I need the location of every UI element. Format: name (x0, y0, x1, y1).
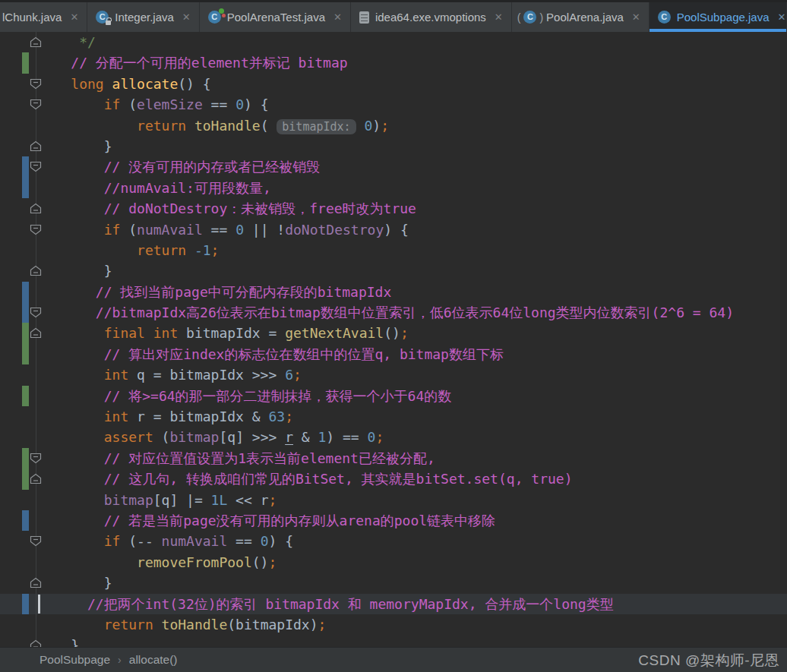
editor-gutter (0, 74, 38, 94)
fold-down-icon[interactable] (30, 78, 42, 90)
tab-label: lChunk.java (2, 11, 62, 24)
code-line[interactable]: return -1; (0, 240, 787, 260)
close-tab-icon[interactable]: ✕ (70, 11, 78, 23)
fold-up-icon[interactable] (30, 265, 42, 276)
fold-up-icon[interactable] (30, 577, 42, 588)
code-line[interactable]: final int bitmapIdx = getNextAvail(); (0, 323, 787, 343)
fold-down-icon[interactable] (30, 307, 42, 318)
close-tab-icon[interactable]: ✕ (333, 11, 342, 23)
code-line[interactable]: assert (bitmap[q] >>> r & 1) == 0; (0, 427, 787, 447)
tab-Integer.java[interactable]: CInteger.java✕ (87, 2, 199, 32)
code-text: //bitmapIdx高26位表示在bitmap数组中位置索引，低6位表示64位… (38, 302, 787, 323)
code-line[interactable]: // 这几句, 转换成咱们常见的BitSet, 其实就是bitSet.set(q… (0, 469, 787, 489)
tab-PoolArenaTest.java[interactable]: CPoolArenaTest.java✕ (200, 2, 351, 32)
code-text: //numAvail:可用段数量, (38, 178, 787, 198)
editor-gutter (0, 594, 38, 614)
editor-gutter (0, 32, 38, 52)
code-text: */ (38, 32, 787, 52)
code-line[interactable]: return toHandle( bitmapIdx: 0); (0, 115, 787, 136)
close-tab-icon[interactable]: ✕ (182, 11, 191, 23)
code-area: */ // 分配一个可用的element并标记 bitmap long allo… (0, 32, 787, 647)
code-line[interactable]: } (0, 635, 787, 647)
tab-PoolSubpage.java[interactable]: CPoolSubpage.java✕ (650, 2, 787, 32)
code-text: } (38, 635, 787, 647)
close-tab-icon[interactable]: ✕ (778, 11, 786, 23)
code-text: final int bitmapIdx = getNextAvail(); (38, 323, 787, 343)
code-text: removeFromPool(); (38, 552, 787, 573)
code-line[interactable]: // doNotDestroy：未被销毁，free时改为true (0, 198, 787, 219)
editor-gutter (0, 614, 38, 635)
fold-up-icon[interactable] (30, 203, 42, 214)
code-line[interactable]: int q = bitmapIdx >>> 6; (0, 364, 787, 385)
code-line[interactable]: // 找到当前page中可分配内存段的bitmapIdx (0, 282, 787, 302)
code-line[interactable]: } (0, 573, 787, 593)
code-text: int r = bitmapIdx & 63; (38, 406, 787, 427)
code-line[interactable]: if (-- numAvail == 0) { (0, 531, 787, 551)
code-line[interactable]: // 将>=64的那一部分二进制抹掉，获得一个小于64的数 (0, 386, 787, 406)
vcs-change-bar (22, 448, 29, 469)
code-line[interactable]: } (0, 136, 787, 156)
vcs-change-bar (22, 510, 29, 531)
code-text: if (elemSize == 0) { (38, 94, 787, 115)
class-icon: C (96, 11, 109, 24)
code-line[interactable]: // 对应位置值设置为1表示当前element已经被分配, (0, 448, 787, 469)
editor-gutter (0, 510, 38, 531)
code-line[interactable]: //bitmapIdx高26位表示在bitmap数组中位置索引，低6位表示64位… (0, 302, 787, 323)
tab-label: PoolSubpage.java (677, 11, 770, 24)
code-line[interactable]: long allocate() { (0, 74, 787, 94)
editor-gutter (0, 406, 38, 427)
fold-down-icon[interactable] (30, 535, 42, 547)
tab-idea64.exe.vmoptions[interactable]: idea64.exe.vmoptions✕ (351, 2, 512, 32)
fold-up-icon[interactable] (30, 36, 42, 48)
code-line[interactable]: // 分配一个可用的element并标记 bitmap (0, 52, 787, 73)
breadcrumb-item[interactable]: PoolSubpage (40, 653, 110, 666)
tab-label: PoolArenaTest.java (227, 11, 325, 24)
editor-gutter (0, 260, 38, 281)
code-line[interactable]: bitmap[q] |= 1L << r; (0, 490, 787, 510)
code-line[interactable]: if (numAvail == 0 || !doNotDestroy) { (0, 219, 787, 240)
editor-gutter (0, 282, 38, 302)
vcs-change-bar (22, 302, 29, 323)
fold-down-icon[interactable] (30, 99, 42, 110)
editor-gutter (0, 386, 38, 406)
code-text: bitmap[q] |= 1L << r; (38, 490, 787, 510)
code-text: // 若是当前page没有可用的内存则从arena的pool链表中移除 (38, 510, 787, 531)
code-line[interactable]: int r = bitmapIdx & 63; (0, 406, 787, 427)
editor-tab-bar: lChunk.java✕CInteger.java✕CPoolArenaTest… (0, 0, 787, 32)
close-tab-icon[interactable]: ✕ (495, 11, 503, 23)
code-line[interactable]: } (0, 260, 787, 281)
fold-up-icon[interactable] (30, 140, 42, 152)
tab-lChunk.java[interactable]: lChunk.java✕ (0, 2, 87, 32)
editor-gutter (0, 178, 38, 198)
code-text: // doNotDestroy：未被销毁，free时改为true (38, 198, 787, 219)
code-line[interactable]: // 没有可用的内存或者已经被销毁 (0, 156, 787, 177)
fold-down-icon[interactable] (30, 161, 42, 172)
code-line[interactable]: if (elemSize == 0) { (0, 94, 787, 115)
vcs-change-bar (22, 323, 29, 343)
vcs-change-bar (22, 178, 29, 198)
code-text: if (numAvail == 0 || !doNotDestroy) { (38, 219, 787, 240)
code-text: assert (bitmap[q] >>> r & 1) == 0; (38, 427, 787, 447)
code-line[interactable]: removeFromPool(); (0, 552, 787, 573)
vcs-change-bar (22, 282, 29, 302)
fold-up-icon[interactable] (30, 327, 42, 339)
code-text: // 没有可用的内存或者已经被销毁 (38, 156, 787, 177)
class-icon: C (208, 11, 221, 24)
close-tab-icon[interactable]: ✕ (632, 11, 640, 23)
code-line[interactable]: // 算出对应index的标志位在数组中的位置q, bitmap数组下标 (0, 344, 787, 364)
fold-down-icon[interactable] (30, 224, 42, 235)
fold-up-icon[interactable] (30, 473, 42, 484)
breadcrumb-item[interactable]: allocate() (129, 653, 178, 666)
code-line[interactable]: //把两个int(32位)的索引 bitmapIdx 和 memoryMapId… (0, 594, 787, 614)
code-line[interactable]: //numAvail:可用段数量, (0, 178, 787, 198)
fold-down-icon[interactable] (30, 453, 42, 464)
editor-gutter (0, 490, 38, 510)
code-line[interactable]: // 若是当前page没有可用的内存则从arena的pool链表中移除 (0, 510, 787, 531)
code-line[interactable]: return toHandle(bitmapIdx); (0, 614, 787, 635)
breadcrumb: PoolSubpage›allocate() (40, 653, 178, 667)
tab-PoolArena.java[interactable]: (C)PoolArena.java✕ (512, 2, 650, 32)
file-icon (359, 11, 369, 24)
fold-up-icon[interactable] (30, 639, 42, 647)
code-text: //把两个int(32位)的索引 bitmapIdx 和 memoryMapId… (38, 594, 787, 614)
code-line[interactable]: */ (0, 32, 787, 52)
